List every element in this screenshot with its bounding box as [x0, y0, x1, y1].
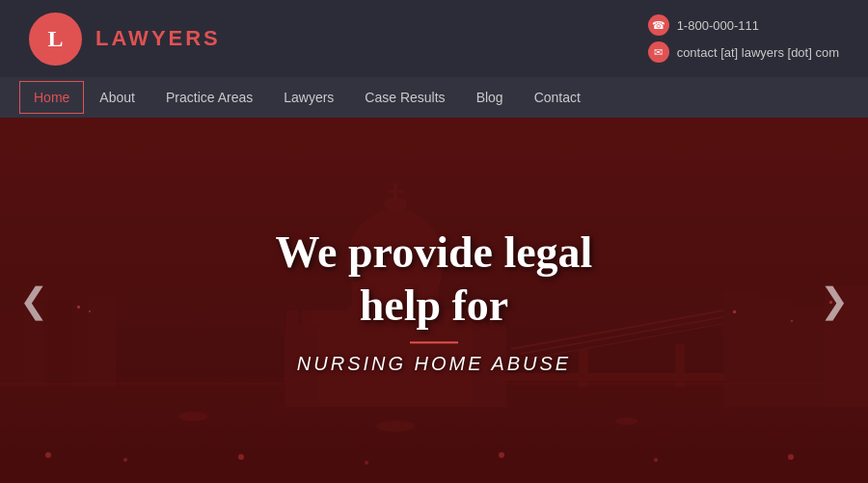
- hero-divider: [410, 341, 458, 343]
- prev-arrow[interactable]: ❮: [10, 271, 58, 331]
- navigation: Home About Practice Areas Lawyers Case R…: [0, 77, 868, 118]
- hero-section: We provide legal help for NURSING HOME A…: [0, 118, 868, 483]
- email-address: contact [at] lawyers [dot] com: [677, 45, 839, 60]
- email-icon: ✉: [648, 41, 669, 63]
- hero-content: We provide legal help for NURSING HOME A…: [0, 226, 868, 375]
- nav-item-lawyers[interactable]: Lawyers: [268, 80, 349, 115]
- header: L LAWYERS ☎ 1-800-000-111 ✉ contact [at]…: [0, 0, 868, 77]
- next-arrow[interactable]: ❯: [810, 271, 858, 331]
- phone-number: 1-800-000-111: [677, 18, 759, 33]
- nav-item-about[interactable]: About: [84, 80, 150, 115]
- logo-icon: L: [29, 13, 82, 66]
- nav-item-case-results[interactable]: Case Results: [349, 80, 460, 115]
- phone-contact: ☎ 1-800-000-111: [648, 14, 759, 36]
- nav-item-contact[interactable]: Contact: [519, 80, 596, 115]
- logo-area: L LAWYERS: [29, 13, 221, 66]
- email-contact: ✉ contact [at] lawyers [dot] com: [648, 41, 839, 63]
- contact-info: ☎ 1-800-000-111 ✉ contact [at] lawyers […: [648, 14, 839, 63]
- hero-title: We provide legal help for: [0, 226, 868, 332]
- nav-item-practice-areas[interactable]: Practice Areas: [150, 80, 268, 115]
- nav-item-blog[interactable]: Blog: [461, 80, 519, 115]
- hero-subtitle: NURSING HOME ABUSE: [0, 353, 868, 375]
- logo-text: LAWYERS: [95, 26, 221, 51]
- phone-icon: ☎: [648, 14, 669, 36]
- nav-item-home[interactable]: Home: [19, 81, 84, 114]
